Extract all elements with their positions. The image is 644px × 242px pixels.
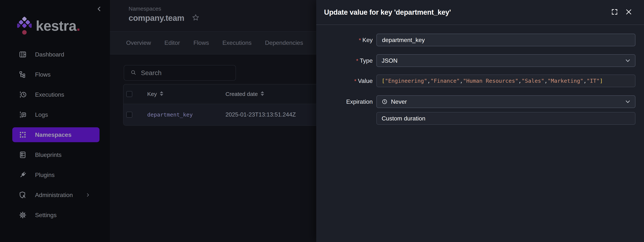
required-asterisk: * <box>354 78 356 84</box>
sidebar-item-label: Dashboard <box>35 51 64 58</box>
clock-icon <box>382 99 388 105</box>
type-field-label: *Type <box>316 54 373 67</box>
expiration-field-label: Expiration <box>316 95 373 108</box>
search-input[interactable] <box>140 69 223 77</box>
sidebar-item-plugins[interactable]: Plugins <box>12 165 100 185</box>
kv-created-date: 2025-01-23T13:13:51.244Z <box>226 111 296 118</box>
sidebar-item-administration[interactable]: Administration <box>12 185 100 205</box>
sidebar-item-label: Flows <box>35 71 51 78</box>
tab-flows[interactable]: Flows <box>194 39 209 46</box>
search-icon <box>130 70 136 76</box>
sidebar-item-label: Administration <box>35 192 73 199</box>
tab-overview[interactable]: Overview <box>126 39 151 46</box>
row-checkbox[interactable] <box>126 112 132 118</box>
page-title: company.team <box>128 13 184 23</box>
sidebar-item-blueprints[interactable]: Blueprints <box>12 145 100 165</box>
app-window: kestra. Dashboard Flows <box>0 0 644 242</box>
update-kv-modal: Update value for key 'department_key' *K… <box>316 0 644 242</box>
value-code-text: ["Engineering","Finance","Human Resource… <box>382 78 603 84</box>
chevron-left-icon <box>96 5 103 13</box>
sort-icon[interactable] <box>260 91 264 97</box>
executions-icon <box>19 91 27 99</box>
value-field-label: *Value <box>316 75 373 87</box>
table-row[interactable]: department_key 2025-01-23T13:13:51.244Z <box>124 104 316 125</box>
sidebar-item-label: Namespaces <box>35 131 72 138</box>
form-row-type: *Type JSON <box>316 54 636 67</box>
kestra-logo[interactable]: kestra. <box>17 16 80 35</box>
fullscreen-button[interactable] <box>610 7 620 17</box>
namespaces-icon <box>19 131 27 139</box>
chevron-down-icon <box>624 55 631 67</box>
sidebar-collapse-button[interactable] <box>94 4 104 14</box>
namespace-header: Namespaces company.team <box>110 0 316 32</box>
flows-icon <box>19 70 27 79</box>
key-input-wrapper <box>376 34 636 46</box>
type-select[interactable]: JSON <box>376 54 636 67</box>
key-input[interactable] <box>382 36 630 44</box>
close-button[interactable] <box>624 7 634 17</box>
sidebar-item-dashboard[interactable]: Dashboard <box>12 44 100 65</box>
tab-editor[interactable]: Editor <box>164 39 180 46</box>
tab-executions[interactable]: Executions <box>222 39 252 46</box>
fullscreen-icon <box>611 8 618 16</box>
column-header-created-date[interactable]: Created date <box>226 91 258 97</box>
logs-icon <box>19 111 27 119</box>
sort-icon[interactable] <box>160 91 164 97</box>
modal-title: Update value for key 'department_key' <box>324 8 610 16</box>
dashboard-icon <box>19 50 27 59</box>
blueprints-icon <box>19 151 27 159</box>
tab-dependencies[interactable]: Dependencies <box>265 39 303 46</box>
modal-header: Update value for key 'department_key' <box>316 0 644 25</box>
sidebar-item-executions[interactable]: Executions <box>12 85 100 105</box>
kestra-logo-text: kestra <box>36 19 76 33</box>
sidebar-nav: Dashboard Flows Execut <box>0 44 110 225</box>
breadcrumb: Namespaces <box>128 5 161 12</box>
kestra-logo-dot: . <box>76 19 80 33</box>
key-field-label: *Key <box>316 34 373 46</box>
expiration-select[interactable]: Never <box>376 95 636 108</box>
form-row-expiration: Expiration Never <box>316 95 636 108</box>
kv-table: Key Created date depa <box>123 84 316 126</box>
form-row-value: *Value ["Engineering","Finance","Human R… <box>316 75 636 87</box>
custom-duration-label: Custom duration <box>382 115 630 122</box>
settings-icon <box>19 211 27 219</box>
sidebar-item-flows[interactable]: Flows <box>12 65 100 85</box>
plugins-icon <box>19 171 27 179</box>
search-box <box>124 65 236 81</box>
custom-duration-option[interactable]: Custom duration <box>376 112 636 125</box>
required-asterisk: * <box>359 37 361 43</box>
favorite-star-icon[interactable] <box>192 14 200 22</box>
kestra-logo-icon <box>17 16 32 35</box>
chevron-down-icon <box>624 96 631 108</box>
sidebar-item-logs[interactable]: Logs <box>12 105 100 125</box>
required-asterisk: * <box>356 58 358 64</box>
chevron-right-icon <box>85 192 91 198</box>
select-all-checkbox[interactable] <box>126 91 132 97</box>
sidebar-item-namespaces[interactable]: Namespaces <box>12 125 100 145</box>
column-header-key[interactable]: Key <box>147 91 157 97</box>
sidebar: kestra. Dashboard Flows <box>0 0 110 242</box>
sidebar-item-label: Plugins <box>35 172 54 178</box>
sidebar-item-label: Logs <box>35 111 48 118</box>
sidebar-item-label: Blueprints <box>35 151 62 158</box>
administration-icon <box>19 191 27 199</box>
kv-store-panel: Key Created date depa <box>110 54 316 242</box>
sidebar-item-label: Executions <box>35 91 64 98</box>
main-content: Namespaces company.team Overview Editor … <box>110 0 316 242</box>
sidebar-item-settings[interactable]: Settings <box>12 205 100 225</box>
namespace-tabbar: Overview Editor Flows Executions Depende… <box>110 32 316 54</box>
form-row-custom-duration: Custom duration <box>316 112 636 125</box>
sidebar-item-label: Settings <box>35 212 57 219</box>
close-icon <box>625 8 632 16</box>
form-row-key: *Key <box>316 34 636 46</box>
kv-table-header: Key Created date <box>124 84 316 104</box>
expiration-select-value: Never <box>391 98 630 105</box>
type-select-value: JSON <box>382 57 630 64</box>
value-code-input[interactable]: ["Engineering","Finance","Human Resource… <box>376 75 636 87</box>
kv-key-link[interactable]: department_key <box>147 112 193 118</box>
